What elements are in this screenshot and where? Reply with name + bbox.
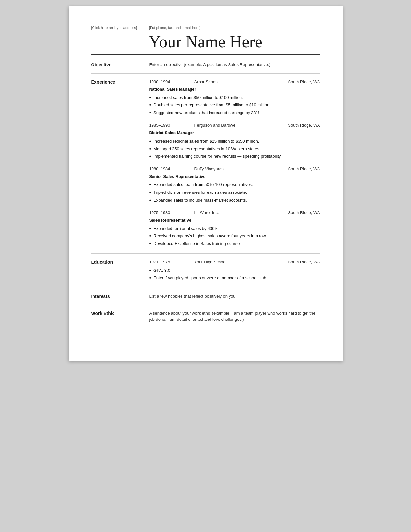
- job-location: South Ridge, WA: [269, 166, 320, 172]
- list-item: •Received company's highest sales award …: [149, 233, 320, 240]
- list-item: •Expanded sales to include mass-market a…: [149, 197, 320, 204]
- work-ethic-section: Work Ethic A sentence about your work et…: [91, 305, 320, 328]
- divider-thick: [91, 54, 320, 55]
- job-location: South Ridge, WA: [269, 210, 320, 216]
- bullet-icon: •: [149, 102, 151, 109]
- bullet-text: Enter if you played sports or were a mem…: [153, 275, 267, 281]
- list-item: •Expanded territorial sales by 400%.: [149, 225, 320, 232]
- bullet-icon: •: [149, 233, 151, 240]
- list-item: •Developed Excellence in Sales training …: [149, 241, 320, 247]
- job-bullets: •Increased regional sales from $25 milli…: [149, 138, 320, 160]
- bullet-icon: •: [149, 197, 151, 204]
- job-years: 1975–1980: [149, 210, 194, 216]
- bullet-icon: •: [149, 110, 151, 116]
- job-header: 1975–1980Lit Ware, Inc.South Ridge, WA: [149, 210, 320, 216]
- job-company: Ferguson and Bardwell: [194, 122, 269, 129]
- job-years: 1980–1984: [149, 166, 194, 172]
- list-item: •Implemented training course for new rec…: [149, 153, 320, 160]
- interests-section: Interests List a few hobbies that reflec…: [91, 288, 320, 305]
- job-company: Arbor Shoes: [194, 79, 269, 85]
- list-item: •Expanded sales team from 50 to 100 repr…: [149, 182, 320, 188]
- bullet-icon: •: [149, 225, 151, 232]
- edu-years: 1971–1975: [149, 259, 194, 265]
- contact-placeholder[interactable]: [Put phone, fax, and e-mail here]: [149, 26, 201, 30]
- objective-text[interactable]: Enter an objective (example: A position …: [149, 62, 271, 67]
- job-title: National Sales Manager: [149, 86, 320, 93]
- job-block: 1985–1990Ferguson and BardwellSouth Ridg…: [149, 122, 320, 160]
- objective-section: Objective Enter an objective (example: A…: [91, 56, 320, 74]
- bullet-text: Doubled sales per representative from $5…: [153, 102, 270, 108]
- work-ethic-content: A sentence about your work ethic (exampl…: [149, 310, 320, 323]
- job-block: 1980–1984Duffy VineyardsSouth Ridge, WAS…: [149, 166, 320, 203]
- job-company: Duffy Vineyards: [194, 166, 269, 172]
- bullet-text: Developed Excellence in Sales training c…: [153, 241, 241, 247]
- bullet-icon: •: [149, 241, 151, 247]
- list-item: •GPA: 3.0: [149, 267, 320, 274]
- experience-content: 1990–1994Arbor ShoesSouth Ridge, WANatio…: [149, 79, 320, 249]
- bullet-text: Suggested new products that increased ea…: [153, 110, 260, 116]
- job-block: 1990–1994Arbor ShoesSouth Ridge, WANatio…: [149, 79, 320, 116]
- work-ethic-label: Work Ethic: [91, 310, 149, 316]
- list-item: •Managed 250 sales representatives in 10…: [149, 146, 320, 153]
- bullet-icon: •: [149, 153, 151, 160]
- job-title: District Sales Manager: [149, 130, 320, 136]
- experience-label: Experience: [91, 79, 149, 84]
- bullet-text: Managed 250 sales representatives in 10 …: [153, 146, 260, 152]
- bullet-icon: •: [149, 189, 151, 196]
- bullet-text: Received company's highest sales award f…: [153, 233, 267, 239]
- job-title: Sales Representative: [149, 217, 320, 223]
- objective-content: Enter an objective (example: A position …: [149, 62, 320, 68]
- list-item: •Tripled division revenues for each sale…: [149, 189, 320, 196]
- education-label: Education: [91, 259, 149, 265]
- interests-text[interactable]: List a few hobbies that reflect positive…: [149, 294, 237, 299]
- edu-bullets: •GPA: 3.0•Enter if you played sports or …: [149, 267, 320, 282]
- bullet-text: Expanded sales team from 50 to 100 repre…: [153, 182, 253, 188]
- job-bullets: •Expanded territorial sales by 400%.•Rec…: [149, 225, 320, 247]
- job-title: Senior Sales Representative: [149, 173, 320, 180]
- job-bullets: •Increased sales from $50 million to $10…: [149, 94, 320, 116]
- bullet-text: Increased sales from $50 million to $100…: [153, 94, 243, 101]
- edu-header: 1971–1975Your High SchoolSouth Ridge, WA: [149, 259, 320, 265]
- education-content: 1971–1975Your High SchoolSouth Ridge, WA…: [149, 259, 320, 282]
- job-location: South Ridge, WA: [269, 79, 320, 85]
- bullet-icon: •: [149, 182, 151, 188]
- bullet-text: Expanded sales to include mass-market ac…: [153, 197, 247, 203]
- bullet-icon: •: [149, 138, 151, 145]
- list-item: •Increased sales from $50 million to $10…: [149, 94, 320, 101]
- header-top: [Click here and type address] [Put phone…: [91, 26, 320, 30]
- job-bullets: •Expanded sales team from 50 to 100 repr…: [149, 182, 320, 203]
- experience-section: Experience 1990–1994Arbor ShoesSouth Rid…: [91, 74, 320, 254]
- edu-school: Your High School: [194, 259, 269, 265]
- job-years: 1990–1994: [149, 79, 194, 85]
- work-ethic-text[interactable]: A sentence about your work ethic (exampl…: [149, 311, 316, 322]
- list-item: •Doubled sales per representative from $…: [149, 102, 320, 109]
- job-header: 1980–1984Duffy VineyardsSouth Ridge, WA: [149, 166, 320, 172]
- bullet-text: Increased regional sales from $25 millio…: [153, 138, 259, 144]
- education-section: Education 1971–1975Your High SchoolSouth…: [91, 254, 320, 288]
- job-header: 1990–1994Arbor ShoesSouth Ridge, WA: [149, 79, 320, 85]
- list-item: •Enter if you played sports or were a me…: [149, 275, 320, 281]
- job-header: 1985–1990Ferguson and BardwellSouth Ridg…: [149, 122, 320, 129]
- job-location: South Ridge, WA: [269, 122, 320, 129]
- name-container: Your Name Here: [91, 32, 320, 51]
- interests-content: List a few hobbies that reflect positive…: [149, 293, 320, 300]
- job-company: Lit Ware, Inc.: [194, 210, 269, 216]
- bullet-icon: •: [149, 146, 151, 153]
- bullet-icon: •: [149, 94, 151, 101]
- resume-name[interactable]: Your Name Here: [149, 32, 262, 51]
- bullet-text: Expanded territorial sales by 400%.: [153, 225, 220, 232]
- bullet-text: GPA: 3.0: [153, 267, 170, 274]
- bullet-text: Tripled division revenues for each sales…: [153, 189, 247, 196]
- bullet-text: Implemented training course for new recr…: [153, 153, 282, 160]
- interests-label: Interests: [91, 293, 149, 299]
- bullet-icon: •: [149, 275, 151, 281]
- objective-label: Objective: [91, 62, 149, 67]
- address-placeholder[interactable]: [Click here and type address]: [91, 26, 143, 30]
- list-item: •Suggested new products that increased e…: [149, 110, 320, 116]
- job-block: 1975–1980Lit Ware, Inc.South Ridge, WASa…: [149, 210, 320, 247]
- edu-location: South Ridge, WA: [269, 259, 320, 265]
- list-item: •Increased regional sales from $25 milli…: [149, 138, 320, 145]
- bullet-icon: •: [149, 267, 151, 274]
- job-years: 1985–1990: [149, 122, 194, 129]
- resume-page: [Click here and type address] [Put phone…: [69, 6, 343, 361]
